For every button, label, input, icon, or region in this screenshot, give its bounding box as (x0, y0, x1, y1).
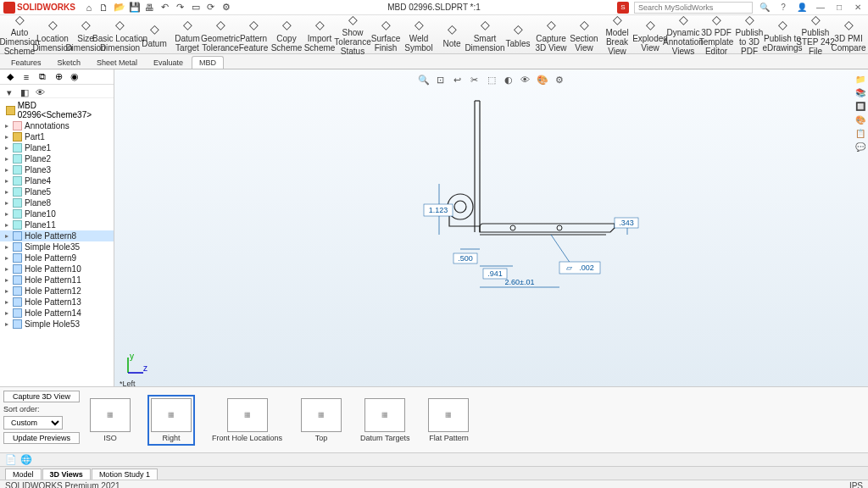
thumb-right[interactable]: ▦Right (147, 395, 195, 446)
tab-sketch[interactable]: Sketch (50, 56, 89, 69)
update-previews-button[interactable]: Update Previews (3, 432, 80, 444)
fm-node[interactable]: Plane10 (0, 208, 114, 219)
fm-node[interactable]: Plane5 (0, 186, 114, 197)
magnify-icon[interactable]: 🔍 (758, 2, 771, 14)
ribbon-btn-22[interactable]: ◇Publish to 3D PDF (733, 17, 765, 53)
undo-icon[interactable]: ↶ (159, 1, 172, 14)
edraw-icon[interactable]: 🌐 (20, 454, 32, 466)
ribbon-btn-17[interactable]: ◇Section View (568, 17, 600, 53)
tp-appear-icon[interactable]: 🎨 (854, 114, 866, 125)
tp-prop-icon[interactable]: 📋 (854, 127, 866, 139)
doc-tab-3d-views[interactable]: 3D Views (42, 469, 91, 480)
fm-node[interactable]: Hole Pattern13 (0, 297, 114, 308)
ribbon-btn-9[interactable]: ◇Import Scheme (303, 17, 336, 53)
options-icon[interactable]: ⚙ (220, 1, 233, 14)
ribbon-btn-14[interactable]: ◇Smart Dimension (469, 17, 501, 53)
ribbon-btn-24[interactable]: ◇Publish STEP 242 File (799, 17, 832, 53)
ribbon-btn-21[interactable]: ◇3D PDF Template Editor (700, 17, 732, 53)
capture-3dview-button[interactable]: Capture 3D View (3, 391, 80, 402)
doc-tab-model[interactable]: Model (5, 469, 42, 480)
ribbon-btn-23[interactable]: ◇Publish to eDrawings (766, 17, 798, 53)
maximize-icon[interactable]: □ (832, 2, 846, 14)
ribbon-btn-4[interactable]: ◇Datum (138, 17, 170, 53)
thumb-front-hole-locations[interactable]: ▦Front Hole Locations (210, 396, 284, 444)
print-icon[interactable]: 🖶 (143, 1, 157, 14)
tab-features[interactable]: Features (3, 56, 49, 69)
fm-eye-icon[interactable]: 👁 (33, 86, 47, 99)
ribbon-btn-19[interactable]: ◇Exploded View (634, 17, 666, 53)
search-input[interactable] (634, 2, 753, 14)
graphics-area[interactable]: 🔍 ⊡ ↩ ✂ ⬚ ◐ 👁 🎨 ⚙ 📁 📚 🔲 🎨 📋 💬 (114, 69, 868, 386)
ribbon-btn-7[interactable]: ◇Pattern Feature (237, 17, 270, 53)
user-icon[interactable]: 👤 (795, 2, 809, 14)
fm-node[interactable]: Hole Pattern9 (0, 252, 114, 263)
fm-cube-icon[interactable]: ◧ (18, 86, 31, 99)
new-icon[interactable]: 🗋 (97, 1, 111, 14)
home-icon[interactable]: ⌂ (82, 1, 96, 14)
thumb-flat-pattern[interactable]: ▦Flat Pattern (426, 396, 470, 444)
close-icon[interactable]: ✕ (851, 2, 865, 14)
fm-node[interactable]: Hole Pattern11 (0, 274, 114, 286)
fm-node[interactable]: Simple Hole35 (0, 241, 114, 252)
redo-icon[interactable]: ↷ (174, 1, 187, 14)
fm-node[interactable]: Simple Hole53 (0, 319, 114, 330)
tab-evaluate[interactable]: Evaluate (146, 56, 191, 69)
fm-node[interactable]: Hole Pattern10 (0, 263, 114, 274)
fm-tab-prop-icon[interactable]: ≡ (19, 71, 33, 83)
ribbon-btn-20[interactable]: ◇Dynamic Annotation Views (667, 17, 699, 53)
ribbon-icon: ◇ (245, 17, 262, 33)
tab-mbd[interactable]: MBD (192, 56, 224, 69)
ribbon-btn-1[interactable]: ◇Location Dimension (36, 17, 69, 53)
fm-node[interactable]: Plane1 (0, 142, 114, 153)
fm-node[interactable]: Plane2 (0, 153, 114, 164)
ribbon-btn-3[interactable]: ◇Basic Location Dimension (103, 17, 137, 53)
fm-tab-config-icon[interactable]: ⧉ (36, 71, 49, 83)
tp-res-icon[interactable]: 📁 (854, 73, 866, 85)
minimize-icon[interactable]: — (814, 2, 827, 14)
fm-node-icon (13, 242, 22, 252)
ribbon-btn-0[interactable]: ◇Auto Dimension Scheme (3, 17, 36, 53)
fm-tab-display-icon[interactable]: ◉ (68, 71, 81, 83)
ribbon-btn-25[interactable]: ◇3D PMI Compare (832, 17, 865, 53)
fm-node[interactable]: Plane8 (0, 197, 114, 208)
ribbon-btn-12[interactable]: ◇Weld Symbol (403, 17, 435, 53)
ribbon-btn-13[interactable]: ◇Note (436, 17, 468, 53)
fm-node[interactable]: Plane11 (0, 219, 114, 230)
sort-select[interactable]: Custom (3, 416, 63, 430)
sw-badge-icon[interactable]: S (617, 2, 629, 14)
fm-filter-icon[interactable]: ▾ (3, 86, 16, 99)
fm-node[interactable]: Hole Pattern8 (0, 230, 114, 241)
fm-node[interactable]: Part1 (0, 131, 114, 142)
ribbon-btn-18[interactable]: ◇Model Break View (601, 17, 633, 53)
fm-tab-dim-icon[interactable]: ⊕ (52, 71, 65, 83)
fm-node[interactable]: Plane3 (0, 164, 114, 175)
doc-tab-motion-study-1[interactable]: Motion Study 1 (92, 469, 158, 480)
ribbon-btn-10[interactable]: ◇Show Tolerance Status (337, 17, 369, 53)
tp-forum-icon[interactable]: 💬 (854, 141, 866, 152)
app-logo: SOLIDWORKS (3, 2, 75, 14)
tab-sheet-metal[interactable]: Sheet Metal (89, 56, 145, 69)
tp-lib-icon[interactable]: 📚 (854, 86, 866, 98)
fm-tab-tree-icon[interactable]: ◆ (3, 71, 17, 83)
fm-node[interactable]: Plane4 (0, 175, 114, 186)
select-icon[interactable]: ▭ (189, 1, 203, 14)
fm-root-node[interactable]: MBD 02996<Scheme37> (0, 100, 114, 120)
ribbon-btn-8[interactable]: ◇Copy Scheme (270, 17, 303, 53)
ribbon-btn-15[interactable]: ◇Tables (502, 17, 534, 53)
fm-node[interactable]: Hole Pattern12 (0, 286, 114, 297)
help-icon[interactable]: ? (776, 2, 790, 14)
tp-view-icon[interactable]: 🔲 (854, 100, 866, 112)
pdf-icon[interactable]: 📄 (5, 454, 17, 466)
fm-node[interactable]: Annotations (0, 120, 114, 131)
rebuild-icon[interactable]: ⟳ (204, 1, 218, 14)
ribbon-btn-5[interactable]: ◇Datum Target (171, 17, 203, 53)
fm-node[interactable]: Hole Pattern14 (0, 308, 114, 319)
save-icon[interactable]: 💾 (128, 1, 142, 14)
ribbon-btn-11[interactable]: ◇Surface Finish (370, 17, 402, 53)
open-icon[interactable]: 📂 (113, 1, 126, 14)
ribbon-btn-16[interactable]: ◇Capture 3D View (535, 17, 567, 53)
thumb-top[interactable]: ▦Top (299, 396, 343, 444)
ribbon-btn-6[interactable]: ◇Geometric Tolerance (204, 17, 236, 53)
thumb-datum-targets[interactable]: ▦Datum Targets (359, 396, 411, 444)
thumb-iso[interactable]: ▦ISO (88, 396, 132, 444)
